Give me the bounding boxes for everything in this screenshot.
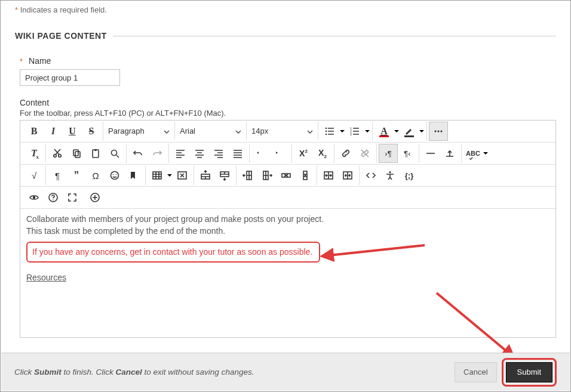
split-cells-button[interactable] (338, 166, 357, 185)
section-header: WIKI PAGE CONTENT (15, 31, 556, 41)
code-button[interactable] (361, 166, 380, 185)
fullscreen-button[interactable] (63, 188, 82, 207)
superscript-button[interactable]: X2 (294, 144, 313, 163)
svg-point-18 (116, 174, 117, 175)
name-input[interactable] (20, 69, 120, 86)
font-family-select[interactable]: Arial (175, 122, 247, 140)
help-button[interactable] (44, 188, 63, 207)
font-size-select[interactable]: 14px (247, 122, 318, 140)
chevron-down-icon[interactable] (394, 128, 400, 134)
footer-bar: Click Submit to finish. Click Cancel to … (1, 353, 570, 391)
svg-point-2 (326, 134, 327, 135)
subscript-button[interactable]: X2 (313, 144, 332, 163)
add-content-button[interactable] (85, 188, 105, 207)
paragraph-mark-button[interactable]: ¶ (48, 166, 67, 185)
indent-increase-button[interactable] (271, 144, 290, 163)
paste-button[interactable] (86, 144, 105, 163)
footer-hint: Click Submit to finish. Click Cancel to … (14, 368, 254, 376)
link-button[interactable] (336, 144, 355, 163)
row-delete-button[interactable] (277, 166, 296, 185)
clear-format-button[interactable]: Tx (24, 144, 44, 163)
col-after-button[interactable] (257, 166, 277, 185)
svg-point-7 (437, 130, 439, 132)
undo-button[interactable] (128, 144, 148, 163)
insert-file-button[interactable] (440, 144, 459, 163)
svg-point-15 (112, 150, 117, 156)
asterisk-icon: * (15, 5, 18, 14)
merge-cells-button[interactable] (319, 166, 338, 185)
more-options-button[interactable] (429, 122, 448, 141)
highlighted-text: If you have any concerns, get in contact… (26, 242, 320, 263)
highlight-color-button[interactable] (400, 122, 419, 141)
preview-button[interactable] (24, 188, 44, 207)
content-label: Content (20, 98, 556, 107)
italic-button[interactable]: I (44, 122, 63, 141)
row-after-button[interactable] (215, 166, 234, 185)
editor-line: This task must be completed by the end o… (26, 226, 549, 237)
svg-point-32 (53, 199, 54, 200)
indent-decrease-button[interactable] (251, 144, 271, 163)
editor-line: Collaborate with members of your project… (26, 214, 549, 225)
underline-button[interactable]: U (63, 122, 82, 141)
svg-point-1 (326, 131, 327, 132)
spellcheck-button[interactable]: ABC (463, 144, 483, 163)
svg-rect-19 (153, 172, 161, 179)
code-sample-button[interactable]: {;} (400, 166, 419, 185)
special-char-button[interactable]: Ω (86, 166, 105, 185)
unlink-button[interactable] (355, 144, 374, 163)
accessibility-button[interactable] (380, 166, 400, 185)
submit-button[interactable]: Submit (506, 362, 552, 382)
asterisk-icon: * (20, 57, 23, 66)
chevron-down-icon (307, 128, 313, 134)
math-button[interactable]: √ (24, 166, 44, 185)
svg-point-17 (113, 174, 114, 175)
svg-rect-11 (73, 150, 78, 156)
cancel-button[interactable]: Cancel (455, 362, 496, 382)
toolbar-row-2: Tx (20, 143, 555, 165)
chevron-down-icon[interactable] (483, 150, 489, 156)
table-button[interactable] (148, 166, 167, 185)
editor-content-area[interactable]: Collaborate with members of your project… (20, 209, 555, 337)
col-delete-button[interactable] (296, 166, 315, 185)
section-title: WIKI PAGE CONTENT (15, 31, 107, 41)
align-center-button[interactable] (190, 144, 209, 163)
svg-point-16 (111, 172, 119, 180)
copy-button[interactable] (67, 144, 86, 163)
strikethrough-button[interactable]: S (82, 122, 101, 141)
resources-link[interactable]: Resources (26, 272, 66, 283)
align-right-button[interactable] (209, 144, 228, 163)
blockquote-button[interactable]: ” (67, 166, 86, 185)
chevron-down-icon (235, 128, 241, 134)
row-before-button[interactable] (196, 166, 215, 185)
rtl-button[interactable]: ¶‹ (398, 144, 417, 163)
anchor-button[interactable] (124, 166, 143, 185)
text-color-button[interactable]: A (374, 122, 394, 141)
bold-button[interactable]: B (24, 122, 44, 141)
align-justify-button[interactable] (228, 144, 247, 163)
svg-point-8 (440, 130, 442, 132)
toolbar-hint: For the toolbar, press ALT+F10 (PC) or A… (20, 109, 556, 118)
chevron-down-icon[interactable] (364, 128, 370, 134)
redo-button[interactable] (148, 144, 167, 163)
horizontal-rule-button[interactable] (421, 144, 440, 163)
emoji-button[interactable] (105, 166, 124, 185)
cut-button[interactable] (48, 144, 67, 163)
numbered-list-button[interactable]: 123 (345, 122, 364, 141)
toolbar-row-3: √ ¶ ” Ω (20, 165, 555, 187)
required-field-note: * Indicates a required field. (15, 5, 556, 14)
ltr-button[interactable]: ›¶ (379, 144, 398, 163)
submit-highlight: Submit (502, 358, 557, 387)
chevron-down-icon[interactable] (419, 128, 425, 134)
col-before-button[interactable] (238, 166, 257, 185)
rich-text-editor: B I U S Paragraph Arial 14px (20, 120, 556, 338)
bullet-list-button[interactable] (320, 122, 339, 141)
find-button[interactable] (105, 144, 124, 163)
table-delete-button[interactable] (173, 166, 192, 185)
block-format-select[interactable]: Paragraph (103, 122, 175, 140)
chevron-down-icon[interactable] (167, 172, 173, 178)
svg-point-30 (33, 196, 35, 199)
align-left-button[interactable] (171, 144, 190, 163)
svg-text:3: 3 (350, 132, 352, 136)
chevron-down-icon[interactable] (339, 128, 345, 134)
svg-point-0 (326, 128, 327, 129)
